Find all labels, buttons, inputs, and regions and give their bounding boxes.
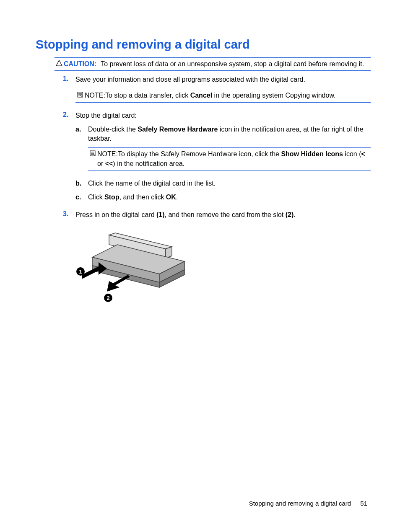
diagram-callout-1: 1	[79, 269, 82, 275]
step-number: 3.	[63, 210, 75, 308]
note-callout: NOTE:To display the Safely Remove Hardwa…	[88, 147, 371, 170]
caution-body: To prevent loss of data or an unresponsi…	[101, 60, 364, 67]
note-label: NOTE:	[85, 92, 105, 99]
note-icon	[88, 150, 97, 168]
page-footer: Stopping and removing a digital card 51	[249, 500, 367, 507]
note-text: NOTE:To stop a data transfer, click Canc…	[85, 91, 336, 101]
substep-text: Click Stop, and then click OK.	[88, 193, 371, 202]
step-text: Stop the digital card:	[75, 112, 137, 119]
document-page: Stopping and removing a digital card CAU…	[0, 0, 400, 532]
step-1: 1. Save your information and close all p…	[63, 75, 371, 107]
card-removal-diagram: 1 2	[75, 225, 193, 308]
caution-text: CAUTION:To prevent loss of data or an un…	[64, 59, 371, 69]
step-text: Press in on the digital card (1), and th…	[75, 211, 296, 218]
note-label: NOTE:	[97, 150, 118, 158]
substep-letter: b.	[75, 179, 88, 188]
step-number: 2.	[63, 111, 75, 206]
caution-callout: CAUTION:To prevent loss of data or an un…	[55, 57, 371, 71]
page-title: Stopping and removing a digital card	[36, 38, 371, 52]
main-steps: 1. Save your information and close all p…	[63, 75, 371, 308]
note-callout: NOTE:To stop a data transfer, click Canc…	[75, 89, 371, 103]
substep-letter: a.	[75, 125, 88, 175]
caution-label: CAUTION:	[64, 60, 101, 67]
caution-icon	[55, 59, 64, 68]
substep-a: a. Double-click the Safely Remove Hardwa…	[75, 125, 371, 175]
diagram-callout-2: 2	[106, 295, 109, 301]
substep-letter: c.	[75, 193, 88, 202]
page-number: 51	[360, 500, 367, 507]
sub-steps: a. Double-click the Safely Remove Hardwa…	[75, 125, 371, 202]
step-2: 2. Stop the digital card: a. Double-clic…	[63, 111, 371, 206]
note-icon	[75, 91, 85, 101]
note-text: NOTE:To display the Safely Remove Hardwa…	[97, 150, 371, 168]
substep-c: c. Click Stop, and then click OK.	[75, 193, 371, 202]
step-number: 1.	[63, 75, 75, 107]
substep-text: Click the name of the digital card in th…	[88, 180, 216, 187]
substep-b: b. Click the name of the digital card in…	[75, 179, 371, 188]
step-3: 3. Press in on the digital card (1), and…	[63, 210, 371, 308]
step-text: Save your information and close all prog…	[75, 76, 305, 83]
footer-text: Stopping and removing a digital card	[249, 500, 351, 507]
svg-marker-10	[166, 247, 172, 258]
